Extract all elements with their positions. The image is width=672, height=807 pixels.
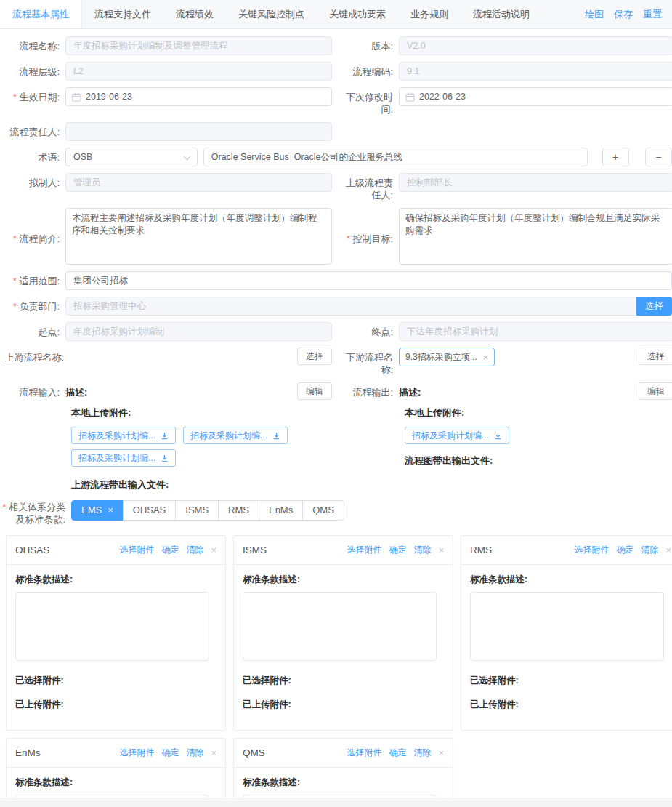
confirm-link[interactable]: 确定 (161, 544, 179, 556)
system-tag-ems[interactable]: EMS × (71, 500, 124, 521)
download-icon[interactable] (161, 454, 169, 462)
process-name-field[interactable] (65, 36, 332, 55)
end-point-label: 终点: (338, 322, 399, 338)
clear-link[interactable]: 清除 (186, 747, 203, 759)
system-tag-enms[interactable]: EnMs (259, 500, 303, 521)
select-attachment-link[interactable]: 选择附件 (347, 544, 381, 556)
end-point-field[interactable] (399, 322, 672, 341)
process-intro-textarea[interactable]: 本流程主要阐述招标及采购年度计划（年度调整计划）编制程序和相关控制要求 (65, 208, 332, 265)
download-icon[interactable] (494, 432, 502, 440)
scope-field[interactable] (65, 271, 672, 290)
clause-desc-textarea[interactable] (243, 592, 437, 661)
output-local-attachments-label: 本地上传附件: (405, 406, 672, 427)
close-icon[interactable]: × (665, 545, 671, 555)
next-modify-picker[interactable] (399, 87, 672, 106)
confirm-link[interactable]: 确定 (161, 747, 179, 759)
department-field[interactable] (65, 297, 672, 316)
downstream-process-tag[interactable]: 9.3招标采购立项... × (399, 348, 495, 366)
clause-card-enms: EnMs 选择附件 确定 清除 × 标准条款描述: 已选择附件: 已上传附件: (6, 738, 226, 807)
attachment-chip[interactable]: 招标及采购计划编... (71, 449, 176, 467)
drafter-field[interactable] (65, 173, 332, 192)
card-title: ISMS (243, 545, 267, 555)
close-icon[interactable]: × (438, 545, 444, 555)
process-intro-label: 流程简介: (0, 208, 65, 245)
select-attachment-link[interactable]: 选择附件 (119, 747, 154, 759)
attachment-chip[interactable]: 招标及采购计划编... (183, 427, 288, 444)
remove-tag-icon[interactable]: × (483, 352, 489, 363)
basic-properties-form: 流程名称: 版本: 流程层级: 流程编码: 生效日期: (0, 29, 672, 526)
tab-success-factors[interactable]: 关键成功要素 (317, 0, 398, 28)
draw-link[interactable]: 绘图 (585, 8, 604, 21)
bottom-scrollbar-track[interactable] (0, 798, 672, 807)
calendar-icon (405, 92, 415, 102)
tab-business-rules[interactable]: 业务规则 (398, 0, 461, 28)
selected-attachments-label: 已选择附件: (470, 675, 671, 687)
term-description-field[interactable] (203, 148, 588, 166)
reset-link[interactable]: 重置 (643, 8, 662, 21)
department-field-wrap: 选择 (65, 297, 672, 316)
input-local-attachments-label: 本地上传附件: (71, 406, 338, 427)
clause-desc-label: 标准条款描述: (15, 574, 216, 586)
downstream-select-button[interactable]: 选择 (639, 348, 672, 365)
tab-performance[interactable]: 流程绩效 (163, 0, 226, 28)
tab-risk-control-points[interactable]: 关键风险控制点 (226, 0, 317, 28)
process-code-field[interactable] (399, 62, 672, 81)
effective-date-picker[interactable] (65, 87, 332, 106)
tab-activity-description[interactable]: 流程活动说明 (461, 0, 542, 28)
close-icon[interactable]: × (211, 747, 216, 758)
term-add-button[interactable]: + (602, 148, 629, 166)
control-target-textarea[interactable]: 确保招标及采购年度计划（年度整计划）编制合规且满足实际采购需求 (399, 208, 672, 265)
downstream-label: 下游流程名称: (338, 348, 399, 376)
system-tag-ohsas[interactable]: OHSAS (123, 500, 177, 521)
clause-desc-textarea[interactable] (470, 592, 664, 661)
clear-link[interactable]: 清除 (413, 544, 431, 556)
start-point-field[interactable] (65, 322, 332, 341)
select-attachment-link[interactable]: 选择附件 (119, 544, 154, 556)
select-attachment-link[interactable]: 选择附件 (347, 747, 381, 759)
attachment-chip[interactable]: 招标及采购计划编... (405, 427, 509, 444)
superior-owner-field[interactable] (399, 173, 672, 192)
clear-link[interactable]: 清除 (413, 747, 431, 759)
confirm-link[interactable]: 确定 (389, 544, 406, 556)
input-edit-button[interactable]: 编辑 (297, 382, 332, 400)
select-attachment-link[interactable]: 选择附件 (574, 544, 609, 556)
confirm-link[interactable]: 确定 (616, 544, 633, 556)
version-field[interactable] (399, 36, 672, 55)
process-level-field[interactable] (65, 62, 332, 81)
remove-tag-icon[interactable]: × (108, 505, 113, 515)
tab-basic-properties[interactable]: 流程基本属性 (0, 0, 82, 28)
system-tag-qms[interactable]: QMS (302, 500, 344, 521)
process-owner-field[interactable] (65, 122, 332, 141)
next-modify-input[interactable] (419, 92, 667, 102)
clear-link[interactable]: 清除 (186, 544, 203, 556)
attachment-chip[interactable]: 招标及采购计划编... (71, 427, 176, 444)
department-select-button[interactable]: 选择 (636, 297, 672, 316)
confirm-link[interactable]: 确定 (389, 747, 406, 759)
calendar-icon (72, 92, 81, 102)
system-tag-rms[interactable]: RMS (218, 500, 259, 521)
clause-desc-label: 标准条款描述: (15, 776, 216, 789)
card-title: RMS (470, 545, 492, 555)
close-icon[interactable]: × (438, 747, 444, 758)
clause-desc-textarea[interactable] (15, 592, 209, 661)
downstream-tag-text: 9.3招标采购立项... (405, 351, 477, 364)
download-icon[interactable] (272, 432, 280, 440)
clear-link[interactable]: 清除 (641, 544, 658, 556)
superior-owner-label: 上级流程责任人: (338, 173, 399, 201)
output-edit-button[interactable]: 编辑 (639, 382, 672, 400)
upstream-select-button[interactable]: 选择 (297, 348, 332, 365)
clause-card-rms: RMS 选择附件 确定 清除 × 标准条款描述: 已选择附件: 已上传附件: (461, 535, 672, 731)
clause-card-qms: QMS 选择附件 确定 清除 × 标准条款描述: 已选择附件: 已上传附件: (233, 738, 453, 807)
system-tag-isms[interactable]: ISMS (175, 500, 219, 521)
department-label: 负责部门: (0, 297, 65, 313)
download-icon[interactable] (161, 432, 169, 440)
tab-bar: 流程基本属性 流程支持文件 流程绩效 关键风险控制点 关键成功要素 业务规则 流… (0, 0, 672, 29)
save-link[interactable]: 保存 (614, 8, 633, 21)
attachment-name: 招标及采购计划编... (412, 430, 489, 442)
term-remove-button[interactable]: − (645, 148, 672, 166)
close-icon[interactable]: × (211, 545, 216, 555)
term-select[interactable]: OSB (65, 148, 198, 166)
tab-support-files[interactable]: 流程支持文件 (82, 0, 163, 28)
effective-date-input[interactable] (86, 92, 325, 102)
card-title: EnMs (15, 747, 41, 758)
